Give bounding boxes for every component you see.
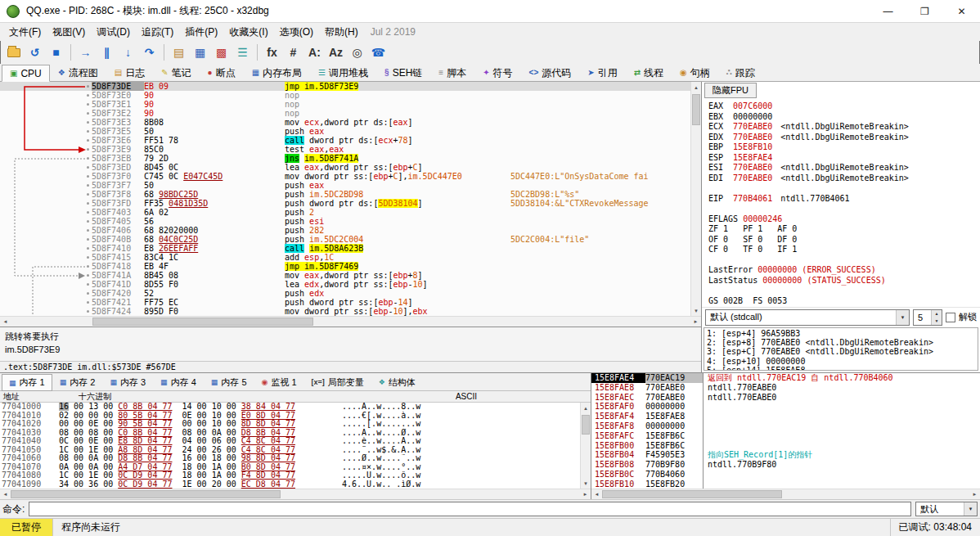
disasm-row[interactable]: 5D8F7424895D F0mov dword ptr ss:[ebp-10]… — [0, 307, 690, 316]
maximize-button[interactable]: ❐ — [906, 0, 943, 22]
tab-threads[interactable]: ⇄线程 — [626, 64, 672, 81]
dump-tab-struct[interactable]: ❖结构体 — [371, 373, 423, 390]
stop-button[interactable]: ■ — [46, 43, 66, 62]
disasm-row[interactable]: 5D8F7418EB 4Fjmp im.5D8F7469 — [0, 262, 690, 271]
breakpoint-gutter[interactable] — [0, 226, 92, 235]
tab-memory-map[interactable]: ▦内存布局 — [244, 64, 310, 81]
menu-item[interactable]: 视图(V) — [47, 24, 91, 41]
breakpoint-gutter[interactable] — [0, 244, 92, 253]
breakpoint-gutter[interactable] — [0, 289, 92, 298]
arg-row[interactable]: 2: [esp+8] 770EABE0 <ntdll.DbgUiRemoteBr… — [707, 338, 975, 347]
hide-fpu-button[interactable]: 隐藏FPU — [704, 83, 757, 98]
disasm-row[interactable]: 5D8F73E550push eax — [0, 127, 690, 136]
menu-item[interactable]: 选项(O) — [274, 24, 319, 41]
menu-item[interactable]: 文件(F) — [3, 24, 47, 41]
menu-item[interactable]: 插件(P) — [179, 24, 223, 41]
hash-button[interactable]: # — [283, 43, 303, 62]
disassembly-view[interactable]: 5D8F73DEEB 09jmp im.5D8F73E95D8F73E090no… — [0, 82, 690, 316]
register-row[interactable] — [708, 255, 980, 266]
disasm-row[interactable]: 5D8F741A8B45 08mov eax,dword ptr ss:[ebp… — [0, 271, 690, 280]
tab-cpu[interactable]: ▣CPU — [2, 65, 50, 82]
flags-row[interactable]: ZF 1 PF 1 AF 0 — [708, 224, 980, 235]
tab-graph[interactable]: ❖流程图 — [50, 64, 106, 81]
disasm-row[interactable]: 5D8F73F868 98BDC25Dpush im.5DC2BD985DC2B… — [0, 190, 690, 199]
unlock-checkbox[interactable] — [946, 313, 955, 322]
breakpoint-gutter[interactable] — [0, 181, 92, 190]
register-row[interactable]: EBP15E8FB10 — [708, 142, 980, 153]
dump-tab-locals[interactable]: [x=]局部变量 — [304, 373, 371, 390]
registers-view[interactable]: EAX007C6000EBX00000000ECX770EABE0<ntdll.… — [702, 99, 980, 307]
disasm-row[interactable]: 5D8F741D8D55 F0lea edx,dword ptr ss:[ebp… — [0, 280, 690, 289]
register-row[interactable]: LastStatus00000000(STATUS_SUCCESS) — [708, 276, 980, 286]
log-button[interactable]: ▤ — [169, 43, 189, 62]
dump-tab-watch-1[interactable]: ◉监视 1 — [254, 373, 304, 390]
breakpoint-gutter[interactable] — [0, 199, 92, 208]
calling-convention-select[interactable]: 默认 (stdcall) ▼ — [705, 309, 910, 326]
scroll-right-arrow[interactable]: ► — [580, 489, 591, 499]
stack-row[interactable]: 15E8FAF415E8FAE8 — [591, 412, 980, 421]
breakpoint-gutter[interactable] — [0, 235, 92, 244]
minimize-button[interactable]: — — [870, 0, 906, 22]
disasm-row[interactable]: 5D8F74036A 02push 2 — [0, 208, 690, 217]
stack-row[interactable]: 15E8FAFC15E8FB6C — [591, 431, 980, 441]
register-row[interactable] — [708, 204, 980, 214]
register-row[interactable]: ESP15E8FAE4 — [708, 153, 980, 164]
scroll-thumb[interactable] — [92, 318, 313, 326]
chevron-down-icon[interactable]: ▼ — [964, 502, 977, 516]
register-row[interactable]: EDX770EABE0<ntdll.DbgUiRemoteBreakin> — [708, 133, 980, 143]
breakpoint-gutter[interactable] — [0, 91, 92, 100]
tab-handles[interactable]: ◉句柄 — [672, 64, 718, 81]
disasm-row[interactable]: 5D8F73F0C745 0C E047C45Dmov dword ptr ss… — [0, 172, 690, 181]
scroll-up-arrow[interactable]: ▲ — [691, 82, 701, 92]
breakpoint-gutter[interactable] — [0, 298, 92, 307]
tab-trace[interactable]: ∴跟踪 — [718, 64, 763, 81]
disasm-row[interactable]: 5D8F73ED8D45 0Clea eax,dword ptr ss:[ebp… — [0, 163, 690, 172]
dump-tab-memory-3[interactable]: ▦内存 3 — [102, 373, 153, 390]
dump-tab-memory-1[interactable]: ▦内存 1 — [2, 374, 52, 391]
stack-row[interactable]: 15E8FB04F45905E3指向SEH_Record[1]的指针 — [591, 450, 980, 460]
open-file-button[interactable] — [3, 43, 24, 62]
disassembly-vertical-scrollbar[interactable]: ▲ ▼ — [690, 82, 701, 316]
memory-dump-view[interactable]: 7704100016 00 13 00 C0 8B 04 77 14 00 10… — [0, 403, 580, 489]
breakpoint-gutter[interactable] — [0, 217, 92, 226]
stack-row[interactable]: 15E8FB0015E8FB6C — [591, 441, 980, 451]
register-row[interactable] — [708, 286, 980, 296]
breakpoint-gutter[interactable] — [0, 136, 92, 145]
scroll-thumb[interactable] — [582, 415, 590, 435]
stack-row[interactable]: 15E8FB0C770B4060 — [591, 470, 980, 480]
disasm-row[interactable]: 5D8F73E290nop — [0, 109, 690, 118]
command-input[interactable] — [29, 502, 911, 516]
register-row[interactable]: EBX00000000 — [708, 112, 980, 123]
disasm-row[interactable]: 5D8F73E985C0test eax,eax — [0, 145, 690, 154]
disassembly-horizontal-scrollbar[interactable]: ◄ ► — [0, 316, 701, 327]
register-row[interactable]: ESI770EABE0<ntdll.DbgUiRemoteBreakin> — [708, 163, 980, 173]
close-button[interactable]: ✕ — [943, 0, 980, 22]
breakpoint-gutter[interactable] — [0, 190, 92, 199]
pause-button[interactable]: ∥ — [97, 43, 117, 62]
call-stack-button[interactable]: ☰ — [232, 43, 253, 62]
disasm-row[interactable]: 5D8F740556push esi — [0, 217, 690, 226]
tab-seh[interactable]: §SEH链 — [376, 64, 430, 81]
scroll-thumb[interactable] — [692, 94, 700, 125]
run-button[interactable]: → — [75, 43, 96, 62]
tab-log[interactable]: ▤日志 — [106, 64, 153, 81]
tab-notes[interactable]: ✎笔记 — [153, 64, 199, 81]
disasm-row[interactable]: 5D8F741583C4 1Cadd esp,1C — [0, 253, 690, 262]
argument-count-stepper[interactable]: 5 ▲ ▼ — [913, 309, 942, 326]
breakpoint-gutter[interactable] — [0, 262, 92, 271]
flags-row[interactable]: OF 0 SF 0 DF 0 — [708, 235, 980, 245]
arg-row[interactable]: 5: [esp+14] 15E8FAE8 — [707, 366, 975, 371]
scroll-left-arrow[interactable]: ◄ — [0, 317, 11, 327]
disasm-row[interactable]: 5D8F740B68 04C0C25Dpush im.5DC2C0045DC2C… — [0, 235, 690, 244]
scroll-left-arrow[interactable]: ◄ — [591, 489, 602, 499]
scroll-thumb[interactable] — [602, 490, 782, 498]
scroll-right-arrow[interactable]: ► — [690, 317, 701, 327]
disasm-row[interactable]: 5D8F73FDFF35 0481D35Dpush dword ptr ds:[… — [0, 199, 690, 208]
disasm-row[interactable]: 5D8F740668 82020000push 282 — [0, 226, 690, 235]
tab-breakpoints[interactable]: ●断点 — [200, 64, 244, 81]
register-row[interactable]: EDI770EABE0<ntdll.DbgUiRemoteBreakin> — [708, 173, 980, 184]
dump-tab-memory-5[interactable]: ▦内存 5 — [204, 373, 254, 390]
breakpoint-gutter[interactable] — [0, 253, 92, 262]
tab-script[interactable]: ≡脚本 — [430, 64, 474, 81]
arg-row[interactable]: 1: [esp+4] 96A59BB3 — [707, 329, 975, 338]
